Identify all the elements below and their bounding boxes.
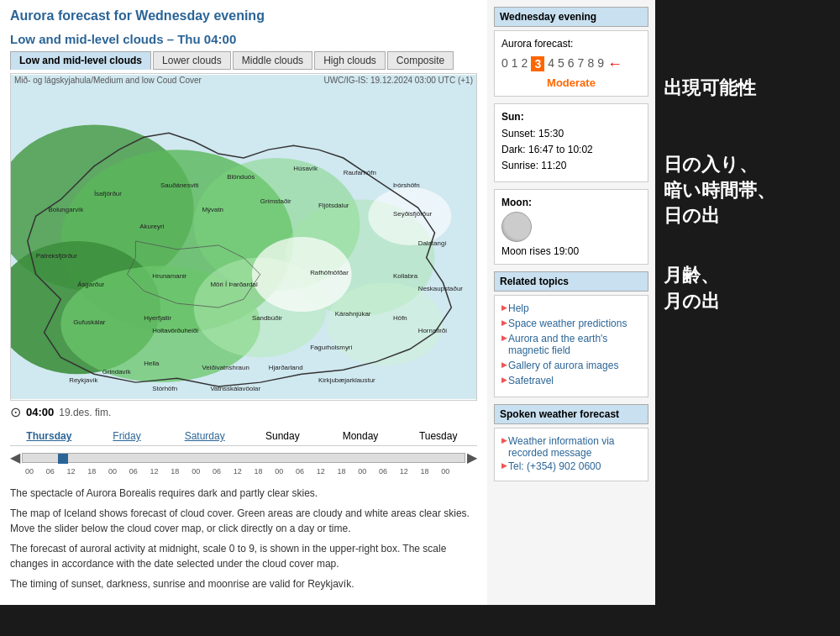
tab-high-clouds[interactable]: High clouds bbox=[314, 51, 386, 70]
tick-20: 00 bbox=[441, 467, 462, 476]
tick-7: 18 bbox=[171, 467, 192, 476]
section-title: Low and mid-level clouds – Thu 04:00 bbox=[10, 32, 477, 46]
aurora-num-4: 4 bbox=[548, 56, 554, 71]
tick-16: 00 bbox=[358, 467, 379, 476]
svg-text:Fagurholsmyri: Fagurholsmyri bbox=[310, 344, 352, 351]
svg-text:Dalatangi: Dalatangi bbox=[418, 239, 447, 247]
desc-4: The timing of sunset, darkness, sunrise … bbox=[10, 576, 477, 591]
tick-1: 06 bbox=[46, 467, 67, 476]
svg-text:Hyerfjallir: Hyerfjallir bbox=[144, 314, 171, 322]
slider-thumb[interactable] bbox=[58, 454, 68, 464]
aurora-numbers: 0 1 2 3 4 5 6 7 8 9 bbox=[501, 56, 604, 71]
svg-text:Vatnsskálavöolar: Vatnsskálavöolar bbox=[210, 385, 260, 392]
aurora-num-5: 5 bbox=[558, 56, 564, 71]
moon-image bbox=[501, 212, 532, 242]
svg-text:Veiðivatnshraun: Veiðivatnshraun bbox=[202, 364, 249, 371]
related-title: Related topics bbox=[494, 271, 648, 292]
aurora-num-0: 0 bbox=[501, 56, 508, 71]
svg-text:Gufuskálar: Gufuskálar bbox=[73, 318, 106, 326]
svg-text:Húsavík: Húsavík bbox=[293, 165, 318, 172]
svg-text:Kollabra: Kollabra bbox=[393, 272, 418, 280]
spoken-link-tel[interactable]: Tel: (+354) 902 0600 bbox=[501, 460, 641, 472]
aurora-num-6: 6 bbox=[568, 56, 575, 71]
cloud-tabs: Low and mid-level clouds Lower clouds Mi… bbox=[10, 51, 477, 70]
tab-middle-clouds[interactable]: Middle clouds bbox=[233, 51, 312, 70]
moon-info-block: Moon: Moon rises 19:00 bbox=[494, 189, 648, 265]
tick-17: 06 bbox=[379, 467, 400, 476]
tick-2: 12 bbox=[67, 467, 88, 476]
tick-0: 00 bbox=[25, 467, 46, 476]
aurora-num-2: 2 bbox=[522, 56, 528, 71]
svg-text:Reykjavík: Reykjavík bbox=[69, 376, 97, 384]
day-tab-thursday[interactable]: Thursday bbox=[10, 427, 88, 445]
svg-text:Möri Í Þarðardal: Möri Í Þarðardal bbox=[210, 281, 257, 288]
day-tab-saturday[interactable]: Saturday bbox=[165, 427, 244, 445]
description-section: The spectacle of Aurora Borealis require… bbox=[10, 486, 477, 591]
svg-text:Neskaupstaður: Neskaupstaður bbox=[418, 285, 464, 292]
related-link-space-weather[interactable]: Space weather predictions bbox=[501, 318, 641, 329]
svg-text:Þórshöfn: Þórshöfn bbox=[393, 181, 420, 189]
svg-text:Ísafjörður: Ísafjörður bbox=[94, 190, 122, 197]
day-tab-sunday: Sunday bbox=[244, 427, 322, 445]
moon-label: Moon: bbox=[501, 197, 641, 208]
forecast-level: Moderate bbox=[501, 76, 641, 89]
tick-10: 12 bbox=[234, 467, 255, 476]
slider-left-arrow[interactable]: ◀ bbox=[10, 449, 20, 465]
svg-text:Holtavörðuheiði: Holtavörðuheiði bbox=[152, 327, 198, 334]
svg-text:Hornafirði: Hornafirði bbox=[418, 327, 448, 334]
aurora-label: Aurora forecast: bbox=[501, 38, 641, 50]
svg-text:Kárahnjúkar: Kárahnjúkar bbox=[335, 310, 371, 318]
tab-low-mid-clouds[interactable]: Low and mid-level clouds bbox=[10, 51, 151, 70]
tick-18: 12 bbox=[400, 467, 421, 476]
aurora-forecast-block: Aurora forecast: 0 1 2 3 4 5 6 7 8 9 ← M… bbox=[494, 30, 648, 97]
svg-text:Blönduós: Blönduós bbox=[227, 173, 255, 181]
day-tab-friday[interactable]: Friday bbox=[88, 427, 166, 445]
aurora-num-8: 8 bbox=[587, 56, 594, 71]
svg-text:Seyðisfjörður: Seyðisfjörður bbox=[393, 210, 433, 218]
tick-4: 00 bbox=[108, 467, 129, 476]
map-label-left: Mið- og lágskyjahula/Medium and low Coud… bbox=[14, 76, 202, 85]
timeline-slider[interactable] bbox=[22, 453, 465, 463]
time-ticks: 00 06 12 18 00 06 12 18 00 06 12 18 00 0… bbox=[10, 467, 477, 476]
sun-info: Sunset: 15:30 Dark: 16:47 to 10:02 Sunri… bbox=[501, 126, 641, 175]
svg-text:Höfn: Höfn bbox=[393, 314, 407, 322]
spoken-links-block: Weather information via recorded message… bbox=[494, 428, 648, 481]
svg-text:Grímstaðir: Grímstaðir bbox=[260, 197, 291, 205]
svg-text:Patreksfjörður: Patreksfjörður bbox=[36, 252, 78, 260]
day-tab-monday: Monday bbox=[322, 427, 400, 445]
jp-label-2: 日の入り、 暗い時間帯、 日の出 bbox=[664, 152, 832, 229]
jp-section-1: 出現可能性 bbox=[664, 76, 832, 102]
sunrise-time: Sunrise: 11:20 bbox=[501, 158, 641, 174]
tab-lower-clouds[interactable]: Lower clouds bbox=[153, 51, 231, 70]
spoken-forecast: Spoken weather forecast Weather informat… bbox=[494, 404, 648, 481]
slider-right-arrow[interactable]: ▶ bbox=[467, 449, 477, 465]
tick-19: 18 bbox=[421, 467, 442, 476]
jp-section-3: 月齢、 月の出 bbox=[664, 263, 832, 315]
related-link-magnetic-field[interactable]: Aurora and the earth's magnetic field bbox=[501, 333, 641, 356]
svg-text:Fljótsdalur: Fljótsdalur bbox=[318, 202, 349, 209]
tick-6: 12 bbox=[150, 467, 171, 476]
tick-8: 00 bbox=[192, 467, 213, 476]
sidebar-title: Wednesday evening bbox=[494, 7, 648, 27]
play-button[interactable]: ⊙ bbox=[10, 404, 21, 420]
svg-text:Stórhöfn: Stórhöfn bbox=[152, 385, 177, 392]
svg-text:Sauðánesviti: Sauðánesviti bbox=[160, 181, 199, 189]
cloud-map: Mið- og lágskyjahula/Medium and low Coud… bbox=[10, 73, 477, 401]
sun-label: Sun: bbox=[501, 111, 641, 123]
dark-time: Dark: 16:47 to 10:02 bbox=[501, 142, 641, 158]
jp-section-2: 日の入り、 暗い時間帯、 日の出 bbox=[664, 152, 832, 229]
aurora-num-7: 7 bbox=[578, 56, 585, 71]
jp-label-3: 月齢、 月の出 bbox=[664, 263, 832, 315]
date-display: 19.des. fim. bbox=[59, 407, 111, 418]
aurora-num-3: 3 bbox=[531, 56, 544, 71]
related-link-help[interactable]: Help bbox=[501, 302, 641, 314]
tab-composite[interactable]: Composite bbox=[387, 51, 454, 70]
related-link-safetravel[interactable]: Safetravel bbox=[501, 375, 641, 386]
desc-1: The spectacle of Aurora Borealis require… bbox=[10, 486, 477, 501]
tick-15: 18 bbox=[337, 467, 358, 476]
day-tab-tuesday: Tuesday bbox=[399, 427, 477, 445]
svg-text:Grindavík: Grindavík bbox=[102, 368, 131, 376]
related-link-gallery[interactable]: Gallery of aurora images bbox=[501, 360, 641, 371]
tick-9: 06 bbox=[213, 467, 234, 476]
spoken-link-recorded[interactable]: Weather information via recorded message bbox=[501, 435, 641, 459]
